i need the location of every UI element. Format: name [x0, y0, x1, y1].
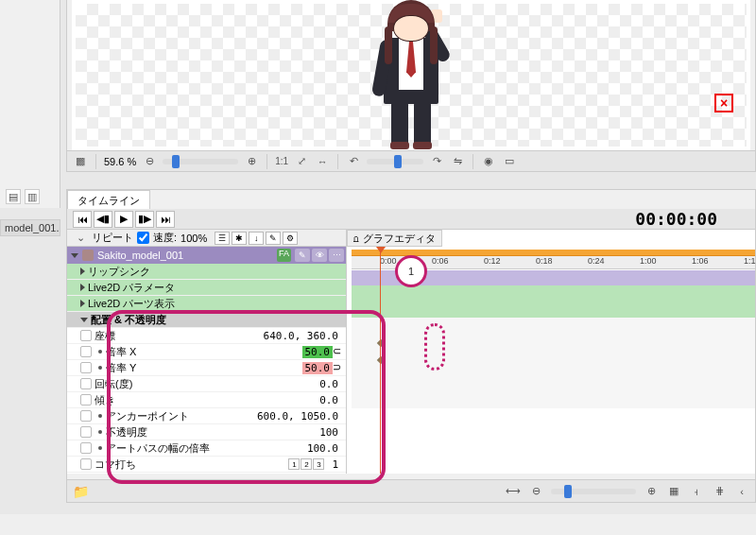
- sub-tool-2[interactable]: ✱: [232, 232, 247, 245]
- prop-artpath-width[interactable]: アートパスの幅の倍率100.0: [67, 440, 346, 457]
- footer-dash-icon[interactable]: ⟷: [506, 484, 521, 499]
- go-last-button[interactable]: ⏭: [156, 211, 175, 228]
- footer-zoom-out-icon[interactable]: ⊖: [528, 484, 543, 499]
- speed-label: 速度:: [153, 231, 177, 245]
- footer-back-icon[interactable]: ‹: [734, 484, 749, 499]
- speed-value[interactable]: 100%: [180, 233, 207, 244]
- track-row-model[interactable]: [352, 270, 755, 285]
- graph-editor-label: グラフエディタ: [363, 232, 436, 246]
- timeline-ruler[interactable]: 0:00 0:06 0:12 0:18 0:24 1:00 1:06 1:12: [352, 256, 755, 269]
- playhead[interactable]: [380, 250, 381, 474]
- flip-icon[interactable]: ⇋: [450, 154, 465, 169]
- left-tool-icon-2[interactable]: ▥: [25, 189, 40, 204]
- prop-rotation[interactable]: 回転(度)0.0: [67, 376, 346, 392]
- zoom-ratio-button[interactable]: 1:1: [275, 154, 288, 169]
- go-first-button[interactable]: ⏮: [73, 211, 92, 228]
- track-header[interactable]: Sakito_model_001 FA ✎ 👁 ⋯: [67, 247, 348, 264]
- prop-position[interactable]: 座標640.0, 360.0: [67, 328, 346, 344]
- link-icon[interactable]: ⊃: [333, 361, 342, 374]
- track-visibility-icon[interactable]: 👁: [312, 249, 327, 262]
- rotate-cw-icon[interactable]: ↷: [429, 154, 444, 169]
- fa-badge: FA: [277, 249, 291, 262]
- zoom-percent-label: 59.6 %: [104, 156, 136, 167]
- timeline-panel: タイムライン ⏮ ◀▮ ▶ ▮▶ ⏭ 00:00:00 00000 ⌄ リピート…: [66, 189, 756, 503]
- group-placement-opacity[interactable]: 配置 & 不透明度: [67, 312, 346, 328]
- graph-editor-button[interactable]: ⩍ グラフエディタ: [347, 230, 442, 247]
- fit-icon[interactable]: ⤢: [294, 154, 309, 169]
- timeline-track-area[interactable]: ⩍ グラフエディタ 0:00 0:06 0:12 0:18 0:24 1:00 …: [346, 230, 755, 474]
- step-3-button[interactable]: 3: [313, 458, 324, 470]
- footer-zoom-in-icon[interactable]: ⊕: [644, 484, 659, 499]
- footer-step-icon[interactable]: ⋕: [712, 484, 727, 499]
- timeline-tab[interactable]: タイムライン: [67, 190, 150, 209]
- pan-icon[interactable]: ↔: [315, 154, 330, 169]
- character-model[interactable]: [359, 0, 463, 151]
- close-icon[interactable]: ×: [714, 94, 733, 112]
- zoom-in-icon[interactable]: ⊕: [244, 154, 259, 169]
- track-expand-icon[interactable]: [71, 253, 78, 258]
- app-statusbar: [0, 514, 756, 535]
- repeat-checkbox[interactable]: [137, 232, 149, 244]
- keyframe-icon[interactable]: [377, 356, 385, 364]
- graph-editor-icon: ⩍: [353, 233, 359, 244]
- keyframe-icon[interactable]: [377, 339, 385, 347]
- rotate-slider[interactable]: [367, 159, 423, 164]
- prop-frame-step[interactable]: コマ打ち 123 1: [67, 457, 346, 473]
- sub-tool-3[interactable]: ↓: [249, 232, 264, 245]
- repeat-label: リピート: [92, 231, 133, 245]
- footer-grid-icon[interactable]: ▦: [666, 484, 681, 499]
- sub-tool-4[interactable]: ✎: [266, 232, 281, 245]
- group-lipsync[interactable]: リップシンク: [67, 264, 346, 280]
- select-tool-icon[interactable]: ▭: [502, 154, 517, 169]
- timecode-display: 00:00:00: [635, 209, 755, 229]
- track-edit-icon[interactable]: ✎: [295, 249, 310, 262]
- step-fwd-button[interactable]: ▮▶: [135, 211, 154, 228]
- timeline-top-bar: ⏮ ◀▮ ▶ ▮▶ ⏭ 00:00:00: [67, 209, 755, 230]
- truncated-filename-tab[interactable]: model_001.c: [0, 219, 60, 236]
- rec-icon[interactable]: ◉: [481, 154, 496, 169]
- prop-scale-y[interactable]: 倍率 Y50.0⊃: [67, 360, 346, 376]
- rotate-ccw-icon[interactable]: ↶: [346, 154, 361, 169]
- folder-icon[interactable]: 📁: [73, 484, 89, 499]
- prop-anchor[interactable]: アンカーポイント600.0, 1050.0: [67, 408, 346, 424]
- canvas-area: × ▩ 59.6 % ⊖ ⊕ 1:1 ⤢ ↔ ↶ ↷ ⇋ ◉ ▭: [66, 0, 756, 172]
- track-thumb-icon: [82, 250, 94, 261]
- sub-tool-5[interactable]: ⚙: [283, 232, 298, 245]
- track-row-props[interactable]: [352, 318, 755, 408]
- zoom-toolbar: ▩ 59.6 % ⊖ ⊕ 1:1 ⤢ ↔ ↶ ↷ ⇋ ◉ ▭: [67, 150, 755, 171]
- transport-controls: ⏮ ◀▮ ▶ ▮▶ ⏭: [67, 211, 180, 228]
- group-live2d-parts[interactable]: Live2D パーツ表示: [67, 296, 346, 312]
- footer-zoom-slider[interactable]: [551, 489, 636, 494]
- group-live2d-params[interactable]: Live2D パラメータ: [67, 280, 346, 296]
- step-2-button[interactable]: 2: [301, 458, 312, 470]
- prop-scale-x[interactable]: 倍率 X50.0⊂: [67, 344, 346, 360]
- zoom-out-icon[interactable]: ⊖: [142, 154, 157, 169]
- link-icon[interactable]: ⊂: [333, 345, 342, 358]
- checker-toggle-icon[interactable]: ▩: [73, 154, 88, 169]
- play-button[interactable]: ▶: [114, 211, 133, 228]
- left-sidebar: ▤ ▥: [0, 0, 60, 208]
- zoom-slider[interactable]: [163, 159, 238, 164]
- track-row-groups[interactable]: [352, 285, 755, 318]
- expand-all-icon[interactable]: ⌄: [73, 231, 88, 246]
- left-tool-icon-1[interactable]: ▤: [6, 189, 21, 204]
- prop-opacity[interactable]: 不透明度100: [67, 424, 346, 440]
- track-more-icon[interactable]: ⋯: [329, 249, 344, 262]
- track-name-label: Sakito_model_001: [97, 250, 183, 261]
- footer-snap-icon[interactable]: ⫞: [689, 484, 704, 499]
- step-back-button[interactable]: ◀▮: [94, 211, 112, 228]
- timeline-property-list: リップシンク Live2D パラメータ Live2D パーツ表示 配置 & 不透…: [67, 264, 346, 474]
- step-1-button[interactable]: 1: [288, 458, 300, 470]
- sub-tool-1[interactable]: ☰: [215, 232, 230, 245]
- timeline-footer: 📁 ⟷ ⊖ ⊕ ▦ ⫞ ⋕ ‹: [67, 479, 755, 502]
- prop-skew[interactable]: 傾き0.0: [67, 392, 346, 408]
